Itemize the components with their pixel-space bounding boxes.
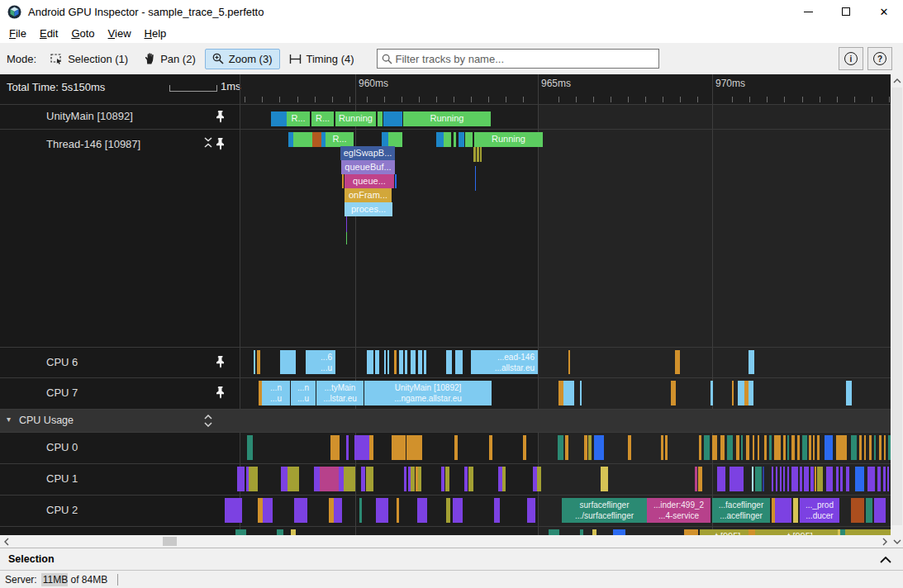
trace-slice[interactable] [346,216,347,232]
trace-slice[interactable] [375,350,379,374]
trace-slice[interactable] [418,350,422,374]
trace-slice[interactable] [764,435,767,460]
trace-slice[interactable] [563,381,574,405]
trace-slice[interactable] [851,435,857,460]
close-button[interactable]: ✕ [865,0,903,23]
trace-slice[interactable]: Running [474,132,543,147]
trace-slice[interactable] [704,435,710,460]
trace-slice[interactable] [809,435,811,460]
trace-slice[interactable] [802,435,807,460]
trace-slice[interactable] [738,381,744,405]
trace-slice[interactable] [825,435,833,460]
pin-icon[interactable] [216,386,226,402]
trace-slice[interactable]: ...t [995] [700,529,749,535]
trace-slice[interactable] [727,435,733,460]
trace-slice[interactable] [392,435,406,460]
menu-item-file[interactable]: File [2,26,33,41]
trace-slice[interactable] [787,435,789,460]
minimize-button[interactable] [789,0,827,23]
trace-slice[interactable] [312,132,321,147]
trace-slice[interactable] [864,435,866,460]
trace-slice[interactable] [836,467,839,491]
trace-slice[interactable] [418,467,421,491]
trace-slice[interactable] [411,350,416,374]
menu-item-help[interactable]: Help [138,26,173,41]
trace-slice[interactable] [813,435,815,460]
trace-slice[interactable] [281,467,288,491]
trace-slice[interactable] [441,467,444,491]
trace-slice[interactable] [494,498,500,523]
trace-slice[interactable]: ...inder:499_2...4-service [647,498,711,523]
trace-slice[interactable] [384,350,386,374]
trace-slice[interactable] [565,435,568,460]
trace-slice[interactable] [235,529,246,535]
trace-slice[interactable] [334,498,342,523]
trace-slice[interactable] [783,467,785,491]
trace-slice[interactable] [459,132,464,147]
trace-slice[interactable] [453,498,463,523]
trace-slice[interactable] [537,467,541,491]
trace-slice[interactable] [613,529,625,535]
trace-slice[interactable] [815,467,816,491]
info-button[interactable]: i [839,47,863,70]
trace-slice[interactable] [394,350,397,374]
trace-slice[interactable] [846,467,849,491]
horizontal-scrollbar[interactable] [0,535,891,548]
trace-slice[interactable] [884,435,886,460]
trace-slice[interactable] [867,467,875,491]
trace-slice[interactable] [330,435,340,460]
trace-slice[interactable] [810,467,814,491]
trace-slice[interactable] [783,435,786,460]
trace-slice[interactable] [263,498,273,523]
trace-slice[interactable] [404,467,406,491]
trace-slice[interactable]: Running [403,111,491,126]
trace-slice[interactable] [817,467,823,491]
trace-slice[interactable] [752,467,753,491]
pin-icon[interactable] [216,138,226,154]
trace-slice[interactable] [465,132,473,147]
trace-slice[interactable] [395,174,397,188]
trace-slice[interactable] [665,435,668,460]
trace-slice[interactable] [502,467,506,491]
cpu-usage-section-header[interactable]: ▾CPU Usage [0,410,891,432]
trace-slice[interactable]: onFram... [345,188,392,202]
trace-slice[interactable] [661,435,663,460]
trace-slice[interactable] [797,435,800,460]
trace-slice[interactable] [749,381,753,405]
trace-slice[interactable] [755,467,762,491]
menu-item-edit[interactable]: Edit [33,26,64,41]
trace-slice[interactable]: ...tyMain...lstar.eu [316,381,364,405]
expand-selection-button[interactable] [880,552,891,567]
trace-slice[interactable]: UnityMain [10892]...ngame.allstar.eu [364,381,492,405]
trace-slice[interactable] [580,381,582,405]
pin-icon[interactable] [216,356,226,372]
trace-slice[interactable] [749,529,755,535]
trace-slice[interactable] [294,498,307,523]
trace-slice[interactable]: Running [335,111,376,126]
trace-slice[interactable]: R... [326,132,354,147]
trace-slice[interactable] [592,529,596,535]
trace-slice[interactable] [277,529,283,535]
trace-slice[interactable] [527,498,535,523]
trace-slice[interactable] [720,435,725,460]
pin-icon[interactable] [216,111,226,126]
trace-slice[interactable] [417,498,427,523]
trace-slice[interactable] [387,350,389,374]
trace-slice[interactable] [775,498,791,523]
trace-slice[interactable] [405,350,407,374]
trace-slice[interactable] [293,132,312,147]
trace-slice[interactable] [473,147,476,162]
trace-slice[interactable] [712,435,717,460]
timing-mode-button[interactable]: Timing (4) [282,49,362,69]
trace-slice[interactable] [588,435,592,460]
trace-slice[interactable]: ...ead-146...allstar.eu [471,350,538,374]
trace-slice[interactable] [855,467,864,491]
trace-slice[interactable] [468,467,473,491]
trace-slice[interactable] [411,467,415,491]
vertical-scrollbar[interactable] [891,74,903,548]
trace-slice[interactable] [580,529,583,535]
trace-slice[interactable] [445,467,449,491]
filter-tracks-input[interactable] [396,53,654,65]
menu-item-view[interactable]: View [102,26,138,41]
trace-slice[interactable] [736,435,739,460]
